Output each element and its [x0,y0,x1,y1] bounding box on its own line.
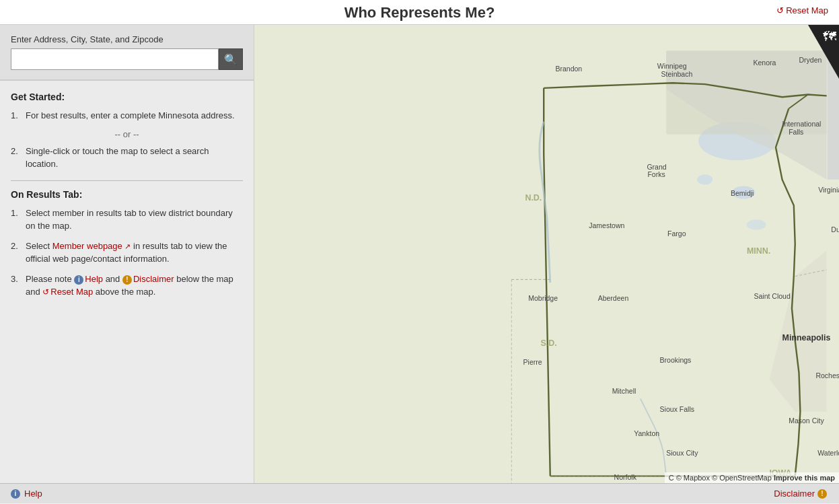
svg-text:Mason City: Mason City [789,417,824,425]
reset-map-label: Reset Map [786,5,828,15]
svg-text:Dryden: Dryden [799,56,822,64]
warn-icon: ! [122,275,132,285]
member-webpage-link[interactable]: Member webpage ↗ [52,241,131,251]
search-area: Enter Address, City, State, and Zipcode … [0,25,254,81]
external-link-icon: ↗ [124,242,131,250]
address-input[interactable] [11,48,219,70]
step-number: 2. [11,240,20,266]
svg-text:Kenora: Kenora [753,59,776,67]
section-divider [11,180,243,181]
svg-point-3 [697,174,713,184]
help-link[interactable]: Help [85,274,103,284]
footer-help-label: Help [24,489,42,499]
svg-text:Bemidji: Bemidji [731,189,754,197]
svg-text:MINN.: MINN. [747,246,770,256]
improve-map-link[interactable]: Improve this map [774,474,835,482]
svg-text:Saint Cloud: Saint Cloud [754,292,791,300]
step-text: Single-click or touch the map to select … [26,145,243,171]
step-text: Please note iHelp and !Disclaimer below … [26,273,243,299]
step-text: For best results, enter a complete Minne… [26,109,235,122]
attribution-text: C [669,474,676,482]
svg-text:Virginia: Virginia [818,186,839,194]
reset-map-link[interactable]: Reset Map [50,287,93,297]
or-divider: -- or -- [11,129,243,139]
results-tab-heading: On Results Tab: [11,189,243,200]
svg-text:Mitchell: Mitchell [612,387,636,395]
map-svg: Brandon Winnipeg Steinbach Kenora Dryden… [254,25,839,483]
svg-text:N.D.: N.D. [525,193,542,203]
map-layers-icon: 🗺 [823,29,836,44]
svg-text:Winnipeg: Winnipeg [657,62,687,70]
page-title: Who Represents Me? [0,4,839,22]
svg-text:Aberdeen: Aberdeen [598,294,629,302]
step-number: 1. [11,207,20,233]
svg-text:Sioux Falls: Sioux Falls [660,405,694,413]
footer-info-icon: i [11,489,20,499]
info-icon: i [74,275,83,285]
map-area[interactable]: Brandon Winnipeg Steinbach Kenora Dryden… [254,25,839,483]
list-item: 2. Select Member webpage ↗ in results ta… [11,240,243,266]
step-number: 1. [11,109,20,122]
footer-disclaimer-link[interactable]: Disclaimer ! [774,489,828,499]
instructions-area: Get Started: 1. For best results, enter … [0,81,254,483]
svg-text:International: International [782,120,822,128]
list-item: 3. Please note iHelp and !Disclaimer bel… [11,273,243,299]
step-text: Select member in results tab to view dis… [26,207,243,233]
mapbox-text: © Mapbox © OpenStreetMap [676,474,772,482]
disclaimer-link[interactable]: !Disclaimer [122,274,174,284]
list-item: 1. Select member in results tab to view … [11,207,243,233]
svg-text:Minneapolis: Minneapolis [782,333,831,343]
step-number: 3. [11,273,20,299]
svg-text:Forks: Forks [647,170,665,178]
step-number: 2. [11,145,20,171]
main-layout: Enter Address, City, State, and Zipcode … [0,25,839,483]
svg-text:Rochester: Rochester [815,371,839,380]
results-tab-list: 1. Select member in results tab to view … [11,207,243,299]
svg-point-4 [747,219,766,229]
svg-text:Mobridge: Mobridge [528,294,558,302]
svg-text:Sioux City: Sioux City [666,449,698,457]
get-started-heading: Get Started: [11,92,243,102]
svg-text:Pierre: Pierre [523,358,542,366]
list-item: 2. Single-click or touch the map to sele… [11,145,243,171]
footer: i Help Disclaimer ! [0,483,839,503]
reset-map-header-button[interactable]: ↺ Reset Map [776,5,829,15]
svg-text:Fargo: Fargo [667,229,686,238]
map-attribution: C © Mapbox © OpenStreetMap Improve this … [665,472,839,483]
search-label: Enter Address, City, State, and Zipcode [11,34,243,44]
svg-text:Brookings: Brookings [660,356,692,364]
list-item: 1. For best results, enter a complete Mi… [11,109,243,122]
svg-text:Yankton: Yankton [634,429,659,437]
svg-text:Brandon: Brandon [555,65,582,73]
page-header: Who Represents Me? ↺ Reset Map [0,0,839,25]
footer-help-link[interactable]: i Help [11,489,42,499]
search-row: 🔍 [11,48,243,70]
reset-small-icon: ↺ [42,286,49,298]
search-icon: 🔍 [224,53,238,66]
svg-text:Falls: Falls [789,128,803,136]
reset-icon: ↺ [776,5,784,15]
svg-text:Waterloo: Waterloo [817,449,839,457]
step-text: Select Member webpage ↗ in results tab t… [26,240,243,266]
svg-text:Steinbach: Steinbach [661,70,693,78]
footer-disclaimer-label: Disclaimer [774,489,815,499]
svg-text:S.D.: S.D. [540,338,556,348]
svg-text:Norfolk: Norfolk [614,473,637,481]
footer-warn-icon: ! [817,489,827,499]
svg-text:Jamestown: Jamestown [589,221,624,229]
search-button[interactable]: 🔍 [219,48,243,70]
svg-text:Duluth: Duluth [831,225,839,233]
left-panel: Enter Address, City, State, and Zipcode … [0,25,254,483]
svg-text:Grand: Grand [647,163,666,171]
get-started-list: 1. For best results, enter a complete Mi… [11,109,243,171]
